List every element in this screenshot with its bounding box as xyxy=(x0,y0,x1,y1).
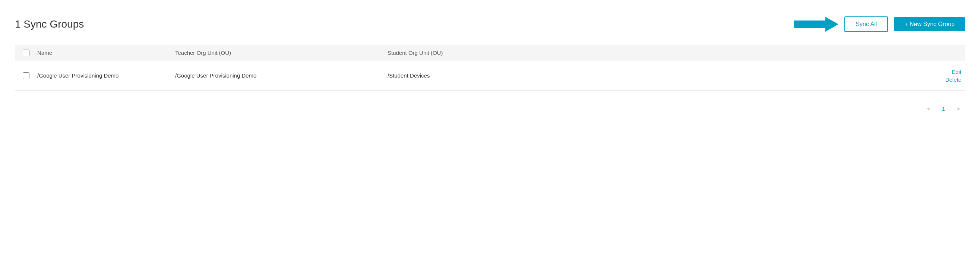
row-checkbox[interactable] xyxy=(23,72,29,79)
header-row: 1 Sync Groups Sync All + New Sync Group xyxy=(15,15,965,34)
edit-button[interactable]: Edit xyxy=(952,69,961,75)
svg-marker-0 xyxy=(794,17,838,32)
column-header-name: Name xyxy=(37,50,175,56)
select-all-checkbox[interactable] xyxy=(23,50,29,56)
row-teacher-ou-cell: /Google User Provisioning Demo xyxy=(175,72,388,79)
pagination-next-button[interactable]: > xyxy=(952,102,965,115)
table-header-row: Name Teacher Org Unit (OU) Student Org U… xyxy=(15,45,965,61)
column-header-student-ou: Student Org Unit (OU) xyxy=(388,50,920,56)
row-student-ou-cell: /Student Devices xyxy=(388,72,920,79)
page-container: 1 Sync Groups Sync All + New Sync Group … xyxy=(0,0,980,267)
row-name-cell: /Google User Provisioning Demo xyxy=(37,72,175,79)
column-header-teacher-ou: Teacher Org Unit (OU) xyxy=(175,50,388,56)
pagination-prev-button[interactable]: < xyxy=(922,102,935,115)
pagination-page-1-button[interactable]: 1 xyxy=(937,102,950,115)
page-title: 1 Sync Groups xyxy=(15,18,84,30)
new-sync-group-button[interactable]: + New Sync Group xyxy=(894,17,965,31)
arrow-right-icon xyxy=(794,15,838,34)
row-actions-col: Edit Delete xyxy=(920,69,965,83)
sync-all-button[interactable]: Sync All xyxy=(844,16,888,32)
sync-groups-table: Name Teacher Org Unit (OU) Student Org U… xyxy=(15,45,965,91)
pagination-row: < 1 > xyxy=(15,102,965,115)
delete-button[interactable]: Delete xyxy=(945,77,961,83)
header-checkbox-col[interactable] xyxy=(15,50,37,56)
row-checkbox-col[interactable] xyxy=(15,72,37,79)
header-actions: Sync All + New Sync Group xyxy=(794,15,965,34)
table-row: /Google User Provisioning Demo /Google U… xyxy=(15,61,965,91)
